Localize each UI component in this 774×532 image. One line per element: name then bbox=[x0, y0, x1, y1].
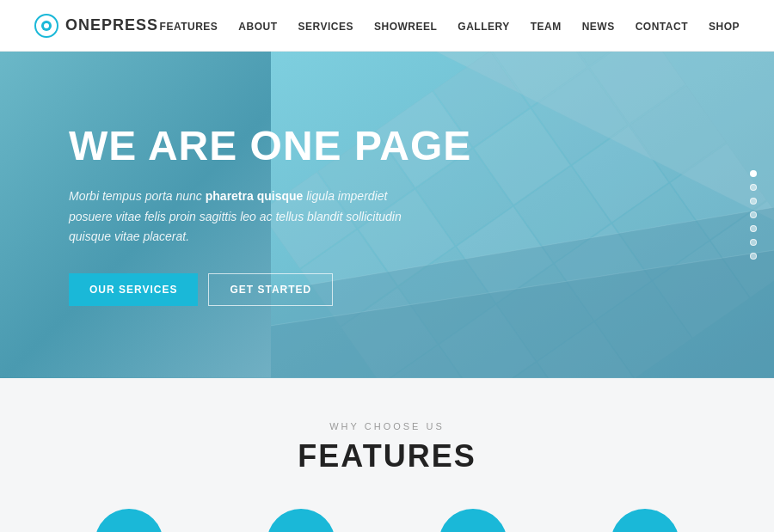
logo[interactable]: ONEPRESS bbox=[34, 14, 158, 38]
nav-link-about[interactable]: ABOUT bbox=[238, 21, 277, 33]
our-services-button[interactable]: OUR SERVICES bbox=[69, 273, 198, 306]
nav-link-shop[interactable]: SHOP bbox=[709, 21, 740, 33]
nav-link-gallery[interactable]: GALLERY bbox=[458, 21, 509, 33]
scroll-dot-2[interactable] bbox=[750, 198, 757, 205]
main-nav: FEATURESABOUTSERVICESSHOWREELGALLERYTEAM… bbox=[160, 18, 740, 34]
nav-item-team[interactable]: TEAM bbox=[531, 18, 562, 34]
nav-item-shop[interactable]: SHOP bbox=[709, 18, 740, 34]
nav-item-features[interactable]: FEATURES bbox=[160, 18, 218, 34]
feature-item-content-blocks: Content BlocksChange the sections conten… bbox=[576, 509, 714, 532]
nav-item-services[interactable]: SERVICES bbox=[298, 18, 353, 34]
scroll-dot-0[interactable] bbox=[750, 170, 757, 177]
hero-title: WE ARE ONE PAGE bbox=[69, 124, 471, 169]
hero-subtitle-plain: Morbi tempus porta nunc bbox=[69, 189, 206, 203]
nav-link-showreel[interactable]: SHOWREEL bbox=[374, 21, 437, 33]
logo-icon bbox=[34, 14, 58, 38]
scroll-dot-3[interactable] bbox=[750, 211, 757, 218]
nav-item-contact[interactable]: CONTACT bbox=[636, 18, 688, 34]
feature-icon-responsive bbox=[95, 509, 163, 532]
feature-item-woocommerce: WooCommerceBuild a front page for your bbox=[404, 509, 542, 532]
scroll-dot-1[interactable] bbox=[750, 184, 757, 191]
scroll-dot-5[interactable] bbox=[750, 239, 757, 246]
feature-icon-woocommerce bbox=[439, 509, 507, 532]
site-header: ONEPRESS FEATURESABOUTSERVICESSHOWREELGA… bbox=[0, 0, 774, 52]
nav-link-team[interactable]: TEAM bbox=[531, 21, 562, 33]
nav-link-features[interactable]: FEATURES bbox=[160, 21, 218, 33]
hero-subtitle: Morbi tempus porta nunc pharetra quisque… bbox=[69, 187, 430, 248]
svg-point-2 bbox=[44, 23, 49, 28]
nav-item-showreel[interactable]: SHOWREEL bbox=[374, 18, 437, 34]
hero-content: WE ARE ONE PAGE Morbi tempus porta nunc … bbox=[69, 124, 471, 306]
hero-subtitle-bold: pharetra quisque bbox=[206, 189, 304, 203]
feature-item-responsive: Responsive DesignThe theme is responsive… bbox=[60, 509, 198, 532]
nav-item-gallery[interactable]: GALLERY bbox=[458, 18, 509, 34]
feature-item-parallax: Parallax EffectCreate memorable pages wi… bbox=[232, 509, 370, 532]
scroll-dots bbox=[750, 170, 757, 260]
feature-icon-parallax bbox=[267, 509, 335, 532]
hero-buttons: OUR SERVICES GET STARTED bbox=[69, 273, 471, 306]
features-section: WHY CHOOSE US FEATURES Responsive Design… bbox=[0, 378, 774, 532]
scroll-dot-4[interactable] bbox=[750, 225, 757, 232]
features-title: FEATURES bbox=[52, 438, 722, 474]
get-started-button[interactable]: GET STARTED bbox=[208, 273, 333, 306]
features-grid: Responsive DesignThe theme is responsive… bbox=[52, 509, 722, 532]
features-label: WHY CHOOSE US bbox=[52, 421, 722, 431]
nav-link-news[interactable]: NEWS bbox=[582, 21, 615, 33]
nav-item-about[interactable]: ABOUT bbox=[238, 18, 277, 34]
feature-icon-content-blocks bbox=[611, 509, 679, 532]
hero-section: WE ARE ONE PAGE Morbi tempus porta nunc … bbox=[0, 52, 774, 378]
nav-link-services[interactable]: SERVICES bbox=[298, 21, 353, 33]
nav-item-news[interactable]: NEWS bbox=[582, 18, 615, 34]
nav-link-contact[interactable]: CONTACT bbox=[636, 21, 688, 33]
logo-text: ONEPRESS bbox=[65, 16, 158, 34]
scroll-dot-6[interactable] bbox=[750, 253, 757, 260]
